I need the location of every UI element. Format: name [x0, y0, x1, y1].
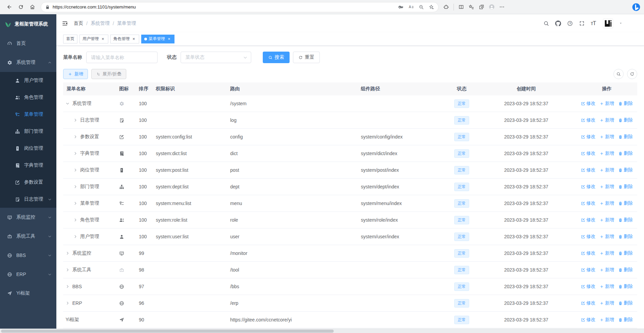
sidebar-item[interactable]: 日志管理	[0, 191, 56, 208]
breadcrumb-home[interactable]: 首页	[74, 20, 83, 26]
sidebar-item[interactable]: 菜单管理	[0, 106, 56, 123]
edit-button[interactable]: 修改	[581, 117, 595, 123]
password-key-icon[interactable]	[398, 4, 404, 10]
sidebar-item[interactable]: 系统监控	[0, 208, 56, 227]
delete-button[interactable]: 删除	[618, 217, 633, 223]
expand-collapse-button[interactable]: 展开/折叠	[91, 69, 126, 79]
browser-home-button[interactable]	[26, 1, 38, 13]
expand-chevron-icon[interactable]	[66, 101, 70, 106]
split-screen-icon[interactable]	[458, 4, 464, 10]
edit-button[interactable]: 修改	[581, 200, 595, 206]
sidebar-item[interactable]: 岗位管理	[0, 140, 56, 157]
expand-chevron-icon[interactable]	[66, 301, 70, 305]
horizontal-scrollbar[interactable]	[0, 329, 644, 333]
edit-button[interactable]: 修改	[581, 217, 595, 223]
add-favorite-icon[interactable]	[429, 4, 434, 10]
add-child-button[interactable]: 新增	[600, 184, 614, 190]
edit-button[interactable]: 修改	[581, 234, 595, 240]
add-child-button[interactable]: 新增	[600, 100, 614, 107]
extensions-icon[interactable]	[443, 4, 449, 10]
user-avatar[interactable]	[603, 18, 613, 29]
profile-avatar[interactable]	[489, 4, 495, 10]
expand-chevron-icon[interactable]	[73, 185, 77, 189]
url-text[interactable]: https://ccnetcore.com:1101/system/menu	[53, 4, 398, 10]
favorites-icon[interactable]	[468, 4, 474, 10]
read-aloud-icon[interactable]	[408, 4, 414, 10]
delete-button[interactable]: 删除	[618, 300, 633, 306]
add-child-button[interactable]: 新增	[600, 200, 614, 206]
delete-button[interactable]: 删除	[618, 200, 633, 206]
edit-button[interactable]: 修改	[581, 250, 595, 256]
delete-button[interactable]: 删除	[618, 167, 633, 173]
add-child-button[interactable]: 新增	[600, 283, 614, 290]
sidebar-item[interactable]: 角色管理	[0, 89, 56, 106]
show-search-toggle-button[interactable]	[613, 69, 624, 79]
expand-chevron-icon[interactable]	[73, 218, 77, 222]
edit-button[interactable]: 修改	[581, 317, 595, 323]
bing-copilot-button[interactable]	[632, 3, 641, 12]
address-bar[interactable]: https://ccnetcore.com:1101/system/menu	[41, 2, 439, 12]
caret-down-icon[interactable]	[619, 21, 623, 25]
add-child-button[interactable]: 新增	[600, 217, 614, 223]
edit-button[interactable]: 修改	[581, 184, 595, 190]
delete-button[interactable]: 删除	[618, 283, 633, 290]
tab-tag[interactable]: 角色管理 ×	[110, 35, 139, 43]
sidebar-item[interactable]: 系统管理	[0, 53, 56, 72]
refresh-table-button[interactable]	[627, 69, 637, 79]
edit-button[interactable]: 修改	[581, 150, 595, 156]
sidebar-item[interactable]: 字典管理	[0, 157, 56, 174]
expand-chevron-icon[interactable]	[73, 201, 77, 205]
delete-button[interactable]: 删除	[618, 234, 633, 240]
delete-button[interactable]: 删除	[618, 267, 633, 273]
edit-button[interactable]: 修改	[581, 100, 595, 107]
edit-button[interactable]: 修改	[581, 267, 595, 273]
add-child-button[interactable]: 新增	[600, 134, 614, 140]
sidebar-item[interactable]: 首页	[0, 34, 56, 53]
browser-refresh-button[interactable]	[15, 1, 26, 13]
tab-tag[interactable]: 用户管理 ×	[79, 35, 108, 43]
scrollbar-thumb[interactable]	[1, 330, 334, 333]
close-icon[interactable]: ×	[100, 37, 105, 41]
search-button[interactable]: 搜索	[263, 52, 290, 63]
edit-button[interactable]: 修改	[581, 134, 595, 140]
add-child-button[interactable]: 新增	[600, 267, 614, 273]
github-icon[interactable]	[555, 20, 561, 26]
delete-button[interactable]: 删除	[618, 117, 633, 123]
expand-chevron-icon[interactable]	[66, 251, 70, 255]
edit-button[interactable]: 修改	[581, 167, 595, 173]
delete-button[interactable]: 删除	[618, 134, 633, 140]
expand-chevron-icon[interactable]	[73, 151, 77, 155]
delete-button[interactable]: 删除	[618, 317, 633, 323]
expand-chevron-icon[interactable]	[73, 135, 77, 139]
edit-button[interactable]: 修改	[581, 283, 595, 290]
add-child-button[interactable]: 新增	[600, 150, 614, 156]
tab-tag[interactable]: 首页 ×	[63, 35, 77, 43]
tab-tag[interactable]: 菜单管理 ×	[141, 35, 174, 43]
font-size-icon[interactable]: тT	[591, 20, 596, 26]
reset-button[interactable]: 重置	[293, 52, 320, 63]
edit-button[interactable]: 修改	[581, 300, 595, 306]
browser-menu-ellipsis-icon[interactable]	[499, 4, 505, 10]
expand-chevron-icon[interactable]	[66, 268, 70, 272]
sidebar-item[interactable]: ERP	[0, 265, 56, 284]
sidebar-item[interactable]: 用户管理	[0, 72, 56, 89]
delete-button[interactable]: 删除	[618, 150, 633, 156]
add-child-button[interactable]: 新增	[600, 234, 614, 240]
sidebar-item[interactable]: 参数设置	[0, 174, 56, 191]
close-icon[interactable]: ×	[167, 37, 171, 41]
zoom-out-icon[interactable]	[419, 4, 424, 10]
collections-icon[interactable]	[479, 4, 484, 10]
delete-button[interactable]: 删除	[618, 100, 633, 107]
sidebar-item[interactable]: 部门管理	[0, 123, 56, 140]
search-icon[interactable]	[543, 20, 549, 26]
expand-chevron-icon[interactable]	[73, 235, 77, 239]
expand-chevron-icon[interactable]	[73, 118, 77, 122]
breadcrumb-system[interactable]: 系统管理	[91, 20, 110, 26]
menu-name-input[interactable]	[86, 52, 158, 63]
sidebar-item[interactable]: 系统工具	[0, 227, 56, 246]
expand-chevron-icon[interactable]	[73, 168, 77, 172]
add-child-button[interactable]: 新增	[600, 117, 614, 123]
status-select[interactable]: 菜单状态	[181, 52, 251, 63]
app-logo[interactable]: 意框架管理系统	[0, 14, 56, 34]
add-child-button[interactable]: 新增	[600, 250, 614, 256]
